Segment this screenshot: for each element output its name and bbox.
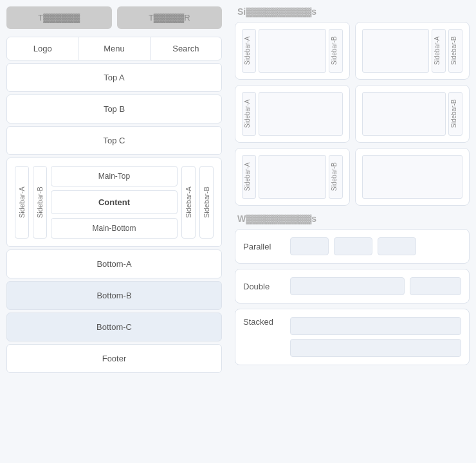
card2-sidebar-b: Sidebar-B [448,29,462,73]
double-box-1[interactable] [290,277,405,295]
layout-card-6[interactable] [355,148,470,206]
parallel-box-2[interactable] [334,237,372,255]
card1-content [259,29,326,73]
stacked-box-1[interactable] [290,317,461,335]
stacked-label: Stacked [243,317,285,327]
main-col: Main-Top Content Main-Bottom [51,166,178,239]
card4-sidebar-b: Sidebar-B [448,92,462,136]
parallel-box-1[interactable] [290,237,329,255]
card5-sidebar-a: Sidebar-A [242,155,256,199]
parallel-box-3[interactable] [378,237,416,255]
right-sidebar-col-a: Sidebar-A [181,166,196,239]
sidebar-a2-label: Sidebar-A [181,166,196,239]
double-box-2[interactable] [410,277,461,295]
sidebar-b-label: Sidebar-B [33,166,47,239]
right-sidebar-col-b: Sidebar-B [199,166,214,239]
card3-content [259,92,343,136]
parallel-widget-row: Parallel [235,229,470,264]
tab-row: T▓▓▓▓▓▓ T▓▓▓▓▓R [6,6,222,29]
nav-logo[interactable]: Logo [7,37,78,60]
layout-card-2[interactable]: Sidebar-A Sidebar-B [355,22,470,80]
main-content[interactable]: Content [51,190,178,214]
top-c-row[interactable]: Top C [6,126,222,155]
card5-sidebar-b: Sidebar-B [329,155,343,199]
double-label: Double [243,282,285,291]
tab-1[interactable]: T▓▓▓▓▓▓ [6,6,112,29]
card3-sidebar-a: Sidebar-A [242,92,256,136]
bottom-a-row[interactable]: Bottom-A [6,250,222,278]
stacked-content [290,317,461,357]
double-widget-row: Double [235,269,470,304]
card4-content [362,92,446,136]
card1-sidebar-a: Sidebar-A [242,29,256,73]
stacked-widget-row: Stacked [235,309,470,365]
main-bottom[interactable]: Main-Bottom [51,218,178,239]
bottom-b-row[interactable]: Bottom-B [6,281,222,310]
sidebar-section-title: Si▓▓▓▓▓▓▓▓▓▓s [235,6,470,17]
card6-content [362,155,463,199]
card2-content [362,29,430,73]
main-top[interactable]: Main-Top [51,166,178,186]
left-panel: T▓▓▓▓▓▓ T▓▓▓▓▓R Logo Menu Search Top A T… [0,0,228,463]
card1-sidebar-b: Sidebar-B [329,29,343,73]
nav-menu[interactable]: Menu [78,37,150,60]
parallel-label: Parallel [243,242,285,251]
left-sidebar-col-b: Sidebar-B [33,166,47,239]
left-sidebar-col: Sidebar-A [15,166,29,239]
layout-section: Sidebar-A Sidebar-B Main-Top Content Mai… [6,158,222,247]
card5-content [259,155,326,199]
sidebar-layouts-grid: Sidebar-A Sidebar-B Sidebar-A Sidebar-B … [235,22,470,206]
sidebar-b2-label: Sidebar-B [199,166,214,239]
sidebar-a-label: Sidebar-A [15,166,29,239]
layout-card-1[interactable]: Sidebar-A Sidebar-B [235,22,350,80]
card2-sidebar-a: Sidebar-A [432,29,446,73]
bottom-c-row[interactable]: Bottom-C [6,313,222,341]
layout-card-5[interactable]: Sidebar-A Sidebar-B [235,148,350,206]
footer-row[interactable]: Footer [6,344,222,373]
nav-search[interactable]: Search [151,37,221,60]
top-a-row[interactable]: Top A [6,63,222,92]
tab-2[interactable]: T▓▓▓▓▓R [117,6,223,29]
layout-card-4[interactable]: Sidebar-B [355,85,470,143]
top-b-row[interactable]: Top B [6,95,222,123]
layout-card-3[interactable]: Sidebar-A [235,85,350,143]
stacked-box-2[interactable] [290,339,461,357]
nav-row: Logo Menu Search [6,37,222,60]
widget-section-title: W▓▓▓▓▓▓▓▓▓▓s [235,213,470,224]
right-panel: Si▓▓▓▓▓▓▓▓▓▓s Sidebar-A Sidebar-B Sideba… [228,0,476,463]
